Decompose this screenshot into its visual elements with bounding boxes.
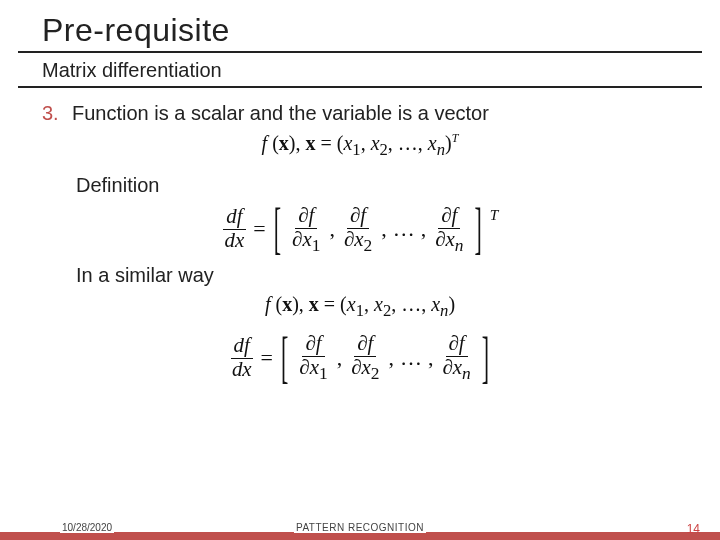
- footer-page-number: 14: [687, 522, 700, 536]
- math-gradient-transpose: dfdx = [ ∂f∂x1, ∂f∂x2, …, ∂f∂xn ]T: [42, 205, 678, 254]
- footer-accent-bar: [0, 532, 720, 540]
- footer-date: 10/28/2020: [60, 522, 114, 533]
- slide-body: 3. Function is a scalar and the variable…: [0, 88, 720, 382]
- math-fx-vector-row: f (x), x = (x1, x2, …, xn): [42, 293, 678, 321]
- similar-label: In a similar way: [76, 264, 678, 287]
- list-item-3: 3. Function is a scalar and the variable…: [42, 102, 678, 125]
- slide: { "title": "Pre-requisite", "subtitle": …: [0, 0, 720, 540]
- math-fx-vector-transpose: f (x), x = (x1, x2, …, xn)T: [42, 131, 678, 160]
- list-text: Function is a scalar and the variable is…: [72, 102, 489, 125]
- slide-footer: 10/28/2020 PATTERN RECOGNITION 14: [0, 516, 720, 540]
- footer-title: PATTERN RECOGNITION: [294, 522, 426, 533]
- slide-title: Pre-requisite: [18, 0, 702, 53]
- list-index: 3.: [42, 102, 62, 125]
- math-gradient-column: dfdx = [ ∂f∂x1, ∂f∂x2, …, ∂f∂xn ]: [42, 333, 678, 382]
- definition-label: Definition: [76, 174, 678, 197]
- slide-subtitle: Matrix differentiation: [18, 53, 702, 88]
